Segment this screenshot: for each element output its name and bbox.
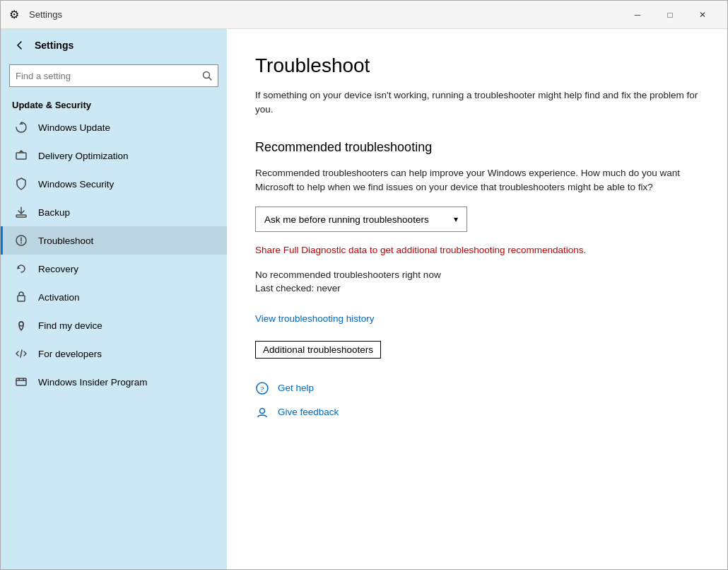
svg-rect-2 [16,153,26,159]
sidebar-item-windows-security[interactable]: Windows Security [1,170,227,198]
settings-window: ⚙ Settings ─ □ ✕ Settings [0,0,728,570]
sidebar-item-backup[interactable]: Backup [1,198,227,226]
delivery-optimization-icon [14,149,28,163]
sidebar-label-activation: Activation [38,292,80,303]
svg-line-9 [20,350,22,357]
window-controls: ─ □ ✕ [621,4,719,26]
content-area: Troubleshoot If something on your device… [227,29,727,569]
app-icon: ⚙ [9,8,23,22]
app-title: Settings [35,40,74,51]
svg-text:?: ? [261,384,264,392]
search-input[interactable] [9,64,218,87]
svg-point-6 [20,243,22,244]
search-container [9,64,218,87]
backup-icon [14,205,28,219]
minimize-button[interactable]: ─ [621,4,654,26]
back-icon [15,40,25,50]
sidebar-item-recovery[interactable]: Recovery [1,255,227,283]
activation-icon [14,290,28,304]
sidebar-label-windows-update: Windows Update [38,122,110,133]
question-icon: ? [256,382,269,395]
sidebar-item-troubleshoot[interactable]: Troubleshoot [1,226,227,255]
sidebar-label-windows-security: Windows Security [38,179,114,190]
svg-point-16 [260,408,265,413]
sidebar-label-find-my-device: Find my device [38,320,102,331]
find-my-device-icon [14,318,28,332]
maximize-button[interactable]: □ [654,4,686,26]
for-developers-icon [14,347,28,361]
sidebar-item-delivery-optimization[interactable]: Delivery Optimization [1,141,227,170]
help-links: ? Get help Give feedback [255,381,699,419]
give-feedback-item[interactable]: Give feedback [255,405,699,419]
search-icon [202,71,212,81]
sidebar-item-activation[interactable]: Activation [1,283,227,311]
chevron-down-icon: ▾ [454,214,458,224]
sidebar-label-backup: Backup [38,207,70,218]
last-checked-text: Last checked: never [255,283,699,293]
sidebar-label-windows-insider: Windows Insider Program [38,377,148,388]
titlebar: ⚙ Settings ─ □ ✕ [1,1,727,29]
sidebar-item-windows-insider[interactable]: Windows Insider Program [1,368,227,396]
sidebar: Settings Update & Security Windows Updat… [1,29,227,569]
get-help-icon: ? [255,381,269,395]
view-history-link[interactable]: View troubleshooting history [255,313,699,324]
recommended-description: Recommended troubleshooters can help imp… [255,166,699,196]
feedback-icon [256,406,269,419]
windows-update-icon [14,120,28,134]
sidebar-label-for-developers: For developers [38,349,102,359]
sidebar-label-delivery-optimization: Delivery Optimization [38,151,129,161]
back-button[interactable] [12,37,28,53]
windows-security-icon [14,177,28,191]
get-help-item[interactable]: ? Get help [255,381,699,395]
svg-rect-7 [18,296,25,301]
give-feedback-label: Give feedback [278,407,339,417]
recommended-title: Recommended troubleshooting [255,140,699,155]
sidebar-label-troubleshoot: Troubleshoot [38,235,93,246]
get-help-label: Get help [278,383,314,393]
close-button[interactable]: ✕ [686,4,719,26]
main-area: Settings Update & Security Windows Updat… [1,29,727,569]
titlebar-title: Settings [29,9,621,20]
search-button[interactable] [196,65,218,86]
recovery-icon [14,262,28,276]
dropdown-value: Ask me before running troubleshooters [264,214,429,225]
sidebar-item-find-my-device[interactable]: Find my device [1,311,227,339]
give-feedback-icon [255,405,269,419]
sidebar-section-label: Update & Security [1,95,227,113]
sidebar-item-for-developers[interactable]: For developers [1,339,227,368]
svg-rect-3 [16,215,26,217]
diagnostic-link[interactable]: Share Full Diagnostic data to get additi… [255,243,609,257]
sidebar-label-recovery: Recovery [38,264,78,274]
windows-insider-icon [14,375,28,389]
troubleshooter-dropdown-container: Ask me before running troubleshooters ▾ [255,207,699,232]
page-description: If something on your device isn't workin… [255,88,699,117]
page-title: Troubleshoot [255,54,699,77]
troubleshooter-dropdown[interactable]: Ask me before running troubleshooters ▾ [255,207,467,232]
status-text: No recommended troubleshooters right now [255,269,699,280]
nav-items: Windows Update Delivery Optimization Win… [1,113,227,396]
additional-troubleshooters-button[interactable]: Additional troubleshooters [255,341,381,359]
troubleshoot-icon [14,233,28,248]
sidebar-header: Settings [1,29,227,62]
svg-line-1 [209,78,212,81]
sidebar-item-windows-update[interactable]: Windows Update [1,113,227,141]
svg-rect-10 [16,378,26,385]
